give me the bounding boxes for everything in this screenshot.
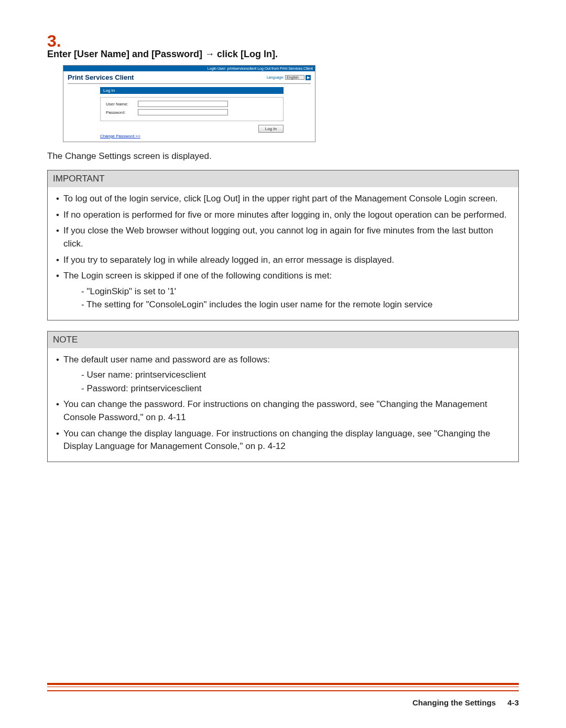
footer-rule	[47, 683, 519, 691]
list-item: If you try to separately log in while al…	[55, 254, 511, 267]
important-list: To log out of the login service, click […	[55, 192, 511, 312]
important-heading: IMPORTANT	[48, 170, 518, 187]
username-label: User Name:	[106, 102, 135, 106]
login-button[interactable]: Log In	[258, 125, 284, 133]
step-title: Enter [User Name] and [Password] → click…	[47, 49, 519, 60]
step-number: 3.	[47, 31, 519, 51]
note-heading: NOTE	[48, 331, 518, 348]
screenshot-language-picker: Language: English ▶	[267, 75, 311, 80]
screenshot-app-title: Print Services Client	[68, 73, 134, 81]
list-item: If you close the Web browser without log…	[55, 224, 511, 250]
lang-label: Language:	[267, 76, 284, 79]
result-text: The Change Settings screen is displayed.	[47, 151, 519, 163]
password-input[interactable]	[138, 109, 228, 115]
sub-item: "LoginSkip" is set to '1'	[63, 285, 511, 298]
list-item: The Login screen is skipped if one of th…	[55, 270, 511, 312]
footer: Changing the Settings 4-3	[412, 698, 519, 707]
lang-select[interactable]: English	[285, 75, 304, 80]
list-item: To log out of the login service, click […	[55, 192, 511, 206]
important-box: IMPORTANT To log out of the login servic…	[47, 170, 519, 320]
list-item: If no operation is performed for five or…	[55, 209, 511, 222]
change-password-link[interactable]: Change Password >>	[100, 134, 315, 138]
screenshot-topbar: Login User: printservicesclient Log Out …	[63, 66, 315, 71]
login-screenshot: Login User: printservicesclient Log Out …	[63, 65, 315, 142]
screenshot-login-bar: Log In	[100, 87, 284, 94]
list-item: The default user name and password are a…	[55, 354, 511, 395]
sub-item: Password: printservicesclient	[63, 382, 511, 395]
note-box: NOTE The default user name and password …	[47, 331, 519, 462]
footer-section-label: Changing the Settings	[412, 698, 496, 707]
username-input[interactable]	[138, 101, 228, 107]
screenshot-login-form: User Name: Password:	[100, 97, 284, 121]
sub-item: User name: printservicesclient	[63, 368, 511, 382]
list-item: You can change the display language. For…	[55, 427, 511, 453]
footer-page-number: 4-3	[507, 698, 519, 707]
password-label: Password:	[106, 110, 135, 115]
sub-item: The setting for "ConsoleLogin" includes …	[63, 298, 511, 312]
list-item: You can change the password. For instruc…	[55, 398, 511, 424]
lang-go-button[interactable]: ▶	[306, 75, 311, 80]
note-list: The default user name and password are a…	[55, 354, 511, 453]
